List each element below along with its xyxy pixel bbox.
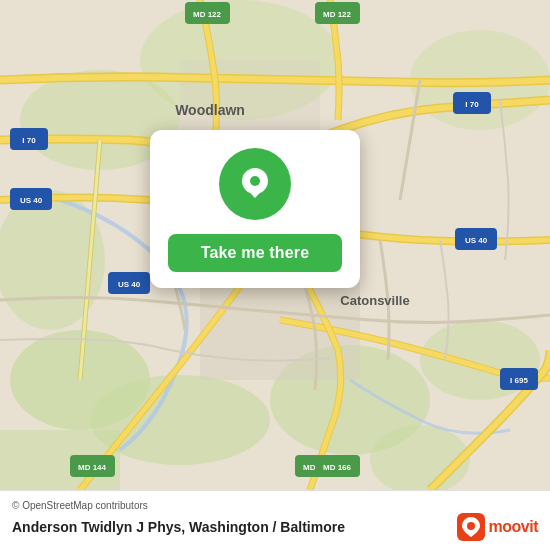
moovit-logo: moovit — [457, 513, 538, 541]
location-row: Anderson Twidlyn J Phys, Washington / Ba… — [12, 513, 538, 541]
svg-text:MD 122: MD 122 — [193, 10, 222, 19]
location-pin-icon — [236, 165, 274, 203]
svg-text:I 695: I 695 — [510, 376, 528, 385]
svg-text:US 40: US 40 — [20, 196, 43, 205]
location-icon-background — [219, 148, 291, 220]
location-name: Anderson Twidlyn J Phys, Washington / Ba… — [12, 519, 345, 535]
map-attribution: © OpenStreetMap contributors — [12, 500, 538, 511]
take-me-there-button[interactable]: Take me there — [168, 234, 342, 272]
svg-point-43 — [467, 522, 475, 530]
svg-text:Catonsville: Catonsville — [340, 293, 409, 308]
map-area: I 70 I 70 US 40 US 40 US 40 MD 122 MD 12… — [0, 0, 550, 490]
svg-text:MD 144: MD 144 — [78, 463, 107, 472]
svg-text:Woodlawn: Woodlawn — [175, 102, 245, 118]
svg-rect-12 — [180, 60, 320, 140]
take-me-there-card: Take me there — [150, 130, 360, 288]
svg-text:I 70: I 70 — [465, 100, 479, 109]
bottom-bar: © OpenStreetMap contributors Anderson Tw… — [0, 490, 550, 550]
svg-text:MD 122: MD 122 — [323, 10, 352, 19]
svg-text:US 40: US 40 — [465, 236, 488, 245]
moovit-text: moovit — [489, 518, 538, 536]
svg-text:US 40: US 40 — [118, 280, 141, 289]
svg-text:I 70: I 70 — [22, 136, 36, 145]
svg-text:MD 166: MD 166 — [323, 463, 352, 472]
moovit-icon — [457, 513, 485, 541]
svg-point-41 — [250, 176, 260, 186]
